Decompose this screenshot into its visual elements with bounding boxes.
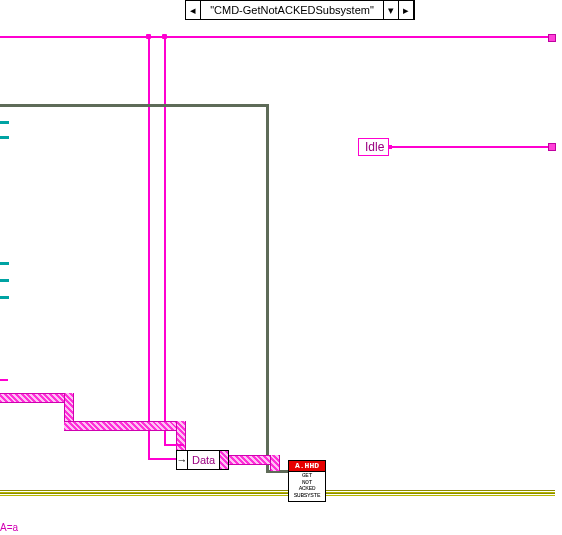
case-border-bottom bbox=[0, 518, 562, 529]
wire-magenta-l-stub-379 bbox=[0, 379, 8, 381]
subvi-body-text: GET NOT ACKED SUBSYSTE bbox=[289, 472, 325, 501]
wire-magenta-drop-left bbox=[148, 36, 150, 460]
case-border-right bbox=[551, 0, 562, 529]
ubn-input-arrow: → bbox=[177, 451, 188, 469]
case-selected-label[interactable]: "CMD-GetNotACKEDSubsystem" bbox=[201, 1, 383, 19]
wire-cyan-stub-2 bbox=[0, 136, 9, 139]
wire-cyan-stub-4 bbox=[0, 279, 9, 282]
tunnel-top-right bbox=[548, 34, 556, 42]
junction-magenta-2 bbox=[162, 34, 167, 39]
wire-cyan-stub-5 bbox=[0, 296, 9, 299]
subvi-header: A.HHD bbox=[289, 461, 325, 472]
case-next-button[interactable]: ▸ bbox=[398, 1, 414, 19]
case-prev-button[interactable]: ◂ bbox=[186, 1, 201, 19]
string-constant-idle-text: Idle bbox=[365, 140, 384, 154]
wire-cyan-stub-1 bbox=[0, 121, 9, 124]
wire-magenta-to-ubn bbox=[148, 458, 176, 460]
wire-grey-in bbox=[0, 104, 268, 107]
ubn-field-label[interactable]: Data bbox=[188, 451, 219, 469]
junction-magenta-1 bbox=[146, 34, 151, 39]
unbundle-by-name-data[interactable]: → Data bbox=[176, 450, 229, 470]
case-dropdown-button[interactable]: ▾ bbox=[383, 1, 398, 19]
wire-magenta-top bbox=[0, 36, 555, 38]
wire-cluster-c bbox=[64, 421, 184, 431]
tunnel-idle-right bbox=[548, 143, 556, 151]
wire-cyan-stub-3 bbox=[0, 262, 9, 265]
string-constant-idle[interactable]: Idle bbox=[358, 138, 389, 156]
footer-note: A=a bbox=[0, 522, 18, 533]
wire-magenta-drop-right bbox=[164, 36, 166, 446]
ubn-output-terminal bbox=[219, 451, 228, 469]
labview-block-diagram: ◂ "CMD-GetNotACKEDSubsystem" ▾ ▸ Idle bbox=[0, 0, 562, 535]
wire-grey-drop bbox=[266, 104, 269, 472]
wire-olive-bottom-2 bbox=[0, 493, 555, 496]
wire-cluster-a bbox=[0, 393, 72, 403]
wire-cluster-out-v bbox=[270, 455, 280, 471]
subvi-ahhd-get-not-acked-subsystem[interactable]: A.HHD GET NOT ACKED SUBSYSTE bbox=[288, 460, 326, 502]
wire-magenta-branch bbox=[164, 444, 184, 446]
case-selector[interactable]: ◂ "CMD-GetNotACKEDSubsystem" ▾ ▸ bbox=[185, 0, 415, 20]
wire-idle-out bbox=[388, 146, 552, 148]
